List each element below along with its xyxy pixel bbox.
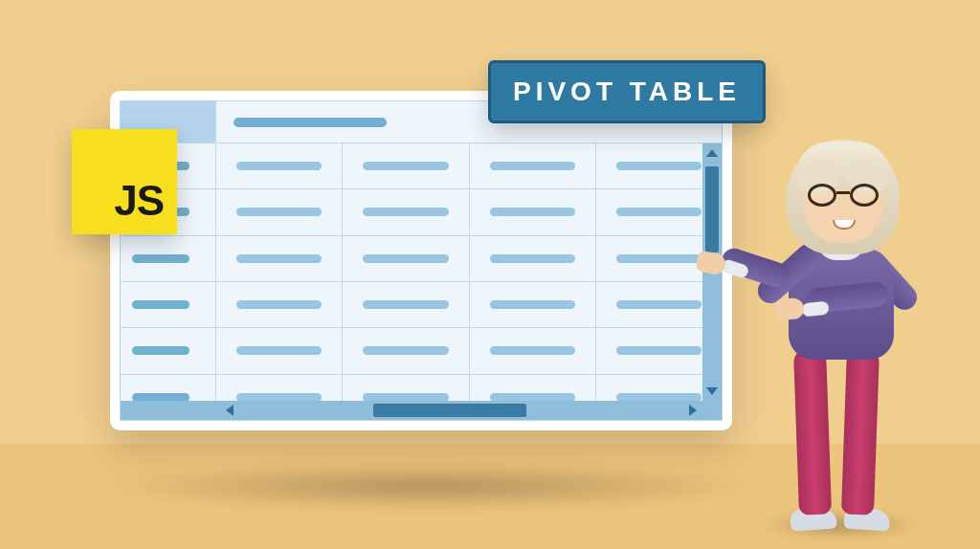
placeholder-bar: [363, 162, 448, 170]
table-row: [121, 282, 722, 328]
table-cell: [216, 236, 343, 281]
row-header-cell: [121, 282, 216, 327]
placeholder-bar: [490, 300, 575, 309]
scroll-right-icon[interactable]: [689, 405, 697, 416]
panel-shadow: [96, 463, 766, 511]
row-cells: [216, 282, 722, 327]
table-cell: [343, 236, 469, 281]
table-row: [121, 328, 722, 374]
leg: [841, 346, 880, 515]
scroll-up-icon[interactable]: [706, 149, 718, 157]
placeholder-bar: [616, 162, 702, 170]
lens: [808, 184, 836, 207]
placeholder-bar: [236, 300, 322, 309]
character: [750, 109, 923, 530]
placeholder-bar: [236, 162, 322, 170]
table-cell: [216, 328, 343, 373]
table-body: [121, 143, 722, 420]
table-cell: [470, 328, 596, 373]
placeholder-bar: [132, 300, 189, 309]
placeholder-bar: [236, 254, 322, 263]
table-row: [121, 189, 722, 235]
placeholder-bar: [490, 208, 575, 216]
title-text: PIVOT TABLE: [513, 77, 741, 107]
glasses-icon: [808, 184, 879, 207]
placeholder-bar: [363, 300, 448, 309]
row-cells: [216, 328, 722, 373]
placeholder-bar: [490, 346, 575, 355]
row-header-cell: [121, 236, 216, 281]
table-cell: [470, 143, 596, 188]
placeholder-bar: [616, 254, 702, 263]
placeholder-bar: [236, 346, 322, 355]
table-cell: [343, 143, 469, 188]
table-cell: [216, 143, 343, 188]
placeholder-bar: [490, 254, 575, 263]
placeholder-bar: [490, 162, 575, 170]
placeholder-bar: [616, 208, 702, 216]
js-logo-badge: JS: [72, 129, 177, 234]
horizontal-scrollbar[interactable]: [121, 401, 722, 420]
title-badge: PIVOT TABLE: [488, 60, 766, 123]
row-cells: [216, 189, 722, 234]
placeholder-bar: [616, 300, 702, 309]
table-cell: [343, 328, 469, 373]
table-cell: [343, 282, 469, 327]
row-header-cell: [121, 328, 216, 373]
row-cells: [216, 236, 722, 281]
horizontal-scroll-thumb[interactable]: [373, 404, 526, 417]
row-cells: [216, 143, 722, 188]
placeholder-bar: [236, 208, 322, 216]
table-cell: [216, 282, 343, 327]
placeholder-bar: [132, 346, 189, 355]
header-bar: [234, 118, 387, 127]
leg: [793, 346, 832, 515]
placeholder-bar: [132, 254, 189, 263]
placeholder-bar: [363, 208, 448, 216]
placeholder-bar: [363, 254, 448, 263]
pivot-table-panel: [110, 91, 732, 430]
glasses-bridge: [836, 191, 850, 194]
table-row: [121, 143, 722, 189]
table-cell: [216, 189, 343, 234]
js-logo-text: JS: [114, 177, 164, 225]
placeholder-bar: [616, 346, 702, 355]
placeholder-bar: [363, 346, 448, 355]
table-cell: [470, 282, 596, 327]
table-cell: [470, 189, 596, 234]
table-cell: [343, 189, 469, 234]
vertical-scroll-thumb[interactable]: [705, 166, 719, 253]
table-row: [121, 236, 722, 282]
table-cell: [470, 236, 596, 281]
lens: [850, 184, 879, 207]
scroll-left-icon[interactable]: [226, 405, 234, 416]
pivot-table: [120, 100, 723, 421]
scroll-down-icon[interactable]: [706, 387, 718, 395]
